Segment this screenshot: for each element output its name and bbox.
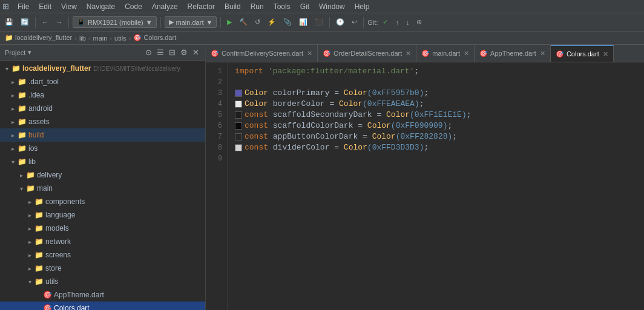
attach-btn[interactable]: 📎 xyxy=(281,17,294,27)
sidebar-dropdown-icon[interactable]: ▾ xyxy=(28,48,31,56)
tree-item-main[interactable]: ▾📁main xyxy=(0,182,205,195)
menu-item-window[interactable]: Window xyxy=(314,1,350,12)
git-label: Git: xyxy=(367,19,378,26)
tree-item-assets[interactable]: ▸📁assets xyxy=(0,115,205,128)
tree-item-build[interactable]: ▸📁build xyxy=(0,128,205,142)
breadcrumb-sep-3: › xyxy=(110,35,112,42)
sidebar-locate-btn[interactable]: ⊙ xyxy=(144,48,153,57)
tree-item-language[interactable]: ▸📁language xyxy=(0,208,205,222)
breadcrumb-item-colorsdart[interactable]: 🎯 Colors.dart xyxy=(133,34,176,42)
git-pull-btn[interactable]: ↓ xyxy=(404,18,412,27)
tab-main[interactable]: 🎯main.dart✕ xyxy=(416,45,475,62)
tree-arrow-icon: ▸ xyxy=(8,119,17,125)
tree-item-network[interactable]: ▸📁network xyxy=(0,235,205,248)
tree-item-utils[interactable]: ▾📁utils xyxy=(0,275,205,288)
tree-item-ios[interactable]: ▸📁ios xyxy=(0,142,205,155)
menu-item-tools[interactable]: Tools xyxy=(269,1,295,12)
tree-item-AppTheme[interactable]: 🎯AppTheme.dart xyxy=(0,288,205,302)
menu-item-code[interactable]: Code xyxy=(120,1,147,12)
toolbar-back-btn[interactable]: ← xyxy=(39,18,51,27)
tab-confirmdeliveryscreen[interactable]: 🎯ConfirmDeliveryScreen.dart✕ xyxy=(206,45,318,62)
tree-item-android[interactable]: ▸📁android xyxy=(0,102,205,115)
line-number-5: 5 xyxy=(206,110,222,120)
tab-orderdetailscreen[interactable]: 🎯OrderDetailScreen.dart✕ xyxy=(318,45,416,62)
menu-item-build[interactable]: Build xyxy=(220,1,246,12)
breadcrumb-text: lib xyxy=(79,35,86,42)
breadcrumb-item-lib[interactable]: lib xyxy=(79,35,86,42)
menu-item-run[interactable]: Run xyxy=(246,1,269,12)
run-btn[interactable]: ▶ xyxy=(225,17,234,27)
tab-colors[interactable]: 🎯Colors.dart✕ xyxy=(551,45,614,62)
toolbar-sep-3 xyxy=(160,17,161,28)
code-token: appButtonColorDark xyxy=(273,131,358,142)
tab-close-btn[interactable]: ✕ xyxy=(603,50,608,58)
sidebar-expand-btn[interactable]: ☰ xyxy=(156,48,165,57)
toolbar-save-btn[interactable]: 💾 xyxy=(2,17,16,27)
build-btn[interactable]: 🔨 xyxy=(237,17,250,27)
folder-icon: 📁 xyxy=(34,264,44,272)
color-swatch-8 xyxy=(235,144,242,151)
tab-apptheme[interactable]: 🎯AppTheme.dart✕ xyxy=(475,45,551,62)
git-commit-btn[interactable]: ✓ xyxy=(380,17,390,27)
editor: 🎯ConfirmDeliveryScreen.dart✕🎯OrderDetail… xyxy=(206,45,644,310)
color-swatch-7 xyxy=(235,133,242,140)
breadcrumb-text: localdelivery_flutter xyxy=(15,34,72,41)
sidebar-collapse-btn[interactable]: ⊟ xyxy=(168,48,177,57)
git-push-btn[interactable]: ↑ xyxy=(393,18,401,27)
tree-item-models[interactable]: ▸📁models xyxy=(0,222,205,235)
toolbar-sync-btn[interactable]: 🔄 xyxy=(18,17,31,27)
tree-item-screens[interactable]: ▸📁screens xyxy=(0,248,205,262)
tree-item-delivery[interactable]: ▸📁delivery xyxy=(0,168,205,182)
git-undo-btn[interactable]: ↩ xyxy=(349,17,360,27)
menu-item-analyze[interactable]: Analyze xyxy=(147,1,183,12)
tab-close-btn[interactable]: ✕ xyxy=(406,50,411,58)
color-swatch-3 xyxy=(235,90,242,97)
tree-arrow-icon: ▸ xyxy=(25,199,34,205)
menu-item-view[interactable]: View xyxy=(56,1,82,12)
tree-item-Colors[interactable]: 🎯Colors.dart xyxy=(0,302,205,310)
git-more-btn[interactable]: ⊕ xyxy=(414,17,424,27)
breadcrumb-item-utils[interactable]: utils xyxy=(114,35,126,42)
tree-item-store[interactable]: ▸📁store xyxy=(0,262,205,275)
line-number-6: 6 xyxy=(206,120,222,131)
toolbar-forward-btn[interactable]: → xyxy=(53,18,65,27)
menu-item-edit[interactable]: Edit xyxy=(34,1,56,12)
code-token: scaffoldSecondaryDark xyxy=(273,110,372,120)
code-token: const xyxy=(245,120,273,131)
code-token: scaffoldColorDark xyxy=(273,120,353,131)
menu-item-file[interactable]: File xyxy=(13,1,34,12)
tree-item-label: assets xyxy=(28,117,50,126)
tree-item-dart_tool[interactable]: ▸📁.dart_tool xyxy=(0,75,205,88)
tab-close-btn[interactable]: ✕ xyxy=(464,50,469,58)
git-log-btn[interactable]: 🕐 xyxy=(334,17,347,27)
tree-item-idea[interactable]: ▸📁.idea xyxy=(0,88,205,102)
menu-item-help[interactable]: Help xyxy=(350,1,375,12)
stop-btn[interactable]: ⬛ xyxy=(312,17,326,27)
menu-item-navigate[interactable]: Navigate xyxy=(82,1,120,12)
code-token: = xyxy=(372,110,386,120)
apple-menu-icon[interactable]: ⊞ xyxy=(2,2,9,11)
tab-label: OrderDetailScreen.dart xyxy=(334,50,402,57)
tree-root[interactable]: ▾ 📁 localdelivery_flutter D:\DEV\GMITS\l… xyxy=(0,62,205,75)
toolbar-sep-6 xyxy=(363,17,364,28)
device-selector[interactable]: 📱 RMX1921 (mobile) ▼ xyxy=(73,16,157,28)
code-token: const xyxy=(245,131,273,142)
coverage-btn[interactable]: 📊 xyxy=(297,17,310,27)
tab-close-btn[interactable]: ✕ xyxy=(307,50,312,58)
menu-item-refactor[interactable]: Refactor xyxy=(183,1,220,12)
menu-item-git[interactable]: Git xyxy=(295,1,314,12)
tree-item-label: android xyxy=(28,104,53,113)
sidebar-settings-btn[interactable]: ⚙ xyxy=(179,48,189,57)
code-token: = xyxy=(329,142,343,153)
sidebar-close-btn[interactable]: ✕ xyxy=(191,48,200,57)
breadcrumb-item-main[interactable]: main xyxy=(93,35,108,42)
tree-item-lib[interactable]: ▾📁lib xyxy=(0,155,205,168)
breadcrumb-item-localdelivery_flutter[interactable]: 📁 localdelivery_flutter xyxy=(5,34,72,42)
reload-btn[interactable]: ↺ xyxy=(252,17,263,27)
tree-item-components[interactable]: ▸📁components xyxy=(0,195,205,208)
hot-reload-btn[interactable]: ⚡ xyxy=(265,17,278,27)
tab-close-btn[interactable]: ✕ xyxy=(540,50,545,58)
folder-icon: 📁 xyxy=(34,211,44,219)
code-area[interactable]: import 'package:flutter/material.dart';C… xyxy=(228,62,644,310)
run-config-selector[interactable]: ▶ main.dart ▼ xyxy=(165,16,217,28)
